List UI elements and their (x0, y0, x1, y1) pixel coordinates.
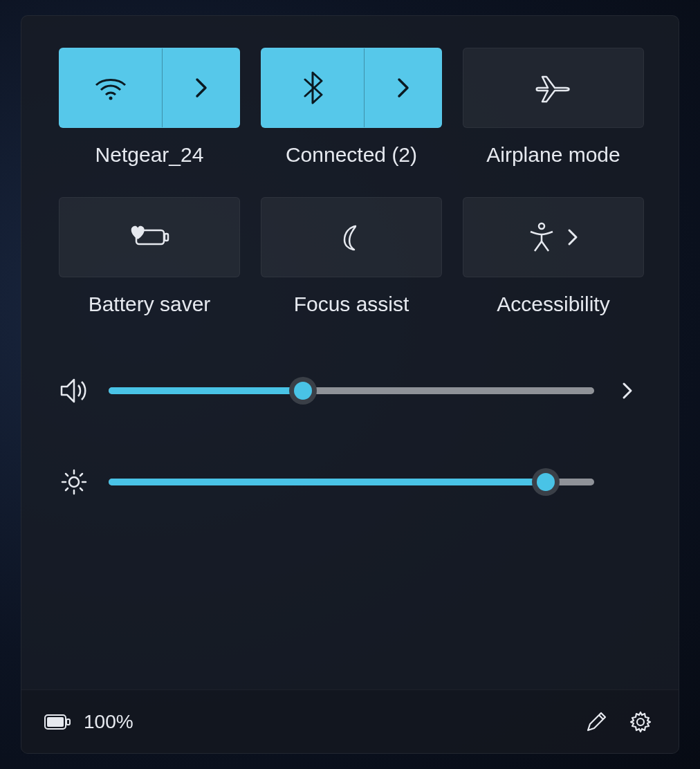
settings-button[interactable] (625, 706, 656, 738)
sun-icon (60, 468, 88, 496)
brightness-slider[interactable] (109, 468, 594, 496)
bluetooth-icon (302, 71, 323, 104)
svg-rect-2 (165, 234, 168, 241)
airplane-label: Airplane mode (486, 143, 620, 167)
volume-expand-button[interactable] (614, 377, 641, 405)
bluetooth-label: Connected (2) (286, 143, 417, 167)
accessibility-icon (528, 222, 555, 252)
airplane-toggle-button[interactable] (463, 48, 643, 127)
gear-icon (629, 710, 652, 734)
tile-group-airplane: Airplane mode (463, 48, 644, 167)
tile-group-battery-saver: Battery saver (59, 197, 240, 316)
tile-group-focus-assist: Focus assist (261, 197, 442, 316)
brightness-icon (59, 467, 89, 497)
sliders-section (21, 316, 679, 497)
footer-bar: 100% (21, 689, 679, 753)
chevron-right-icon (620, 380, 634, 401)
chevron-right-icon (193, 75, 210, 100)
tiles-grid: Netgear_24 Connected (2) (21, 16, 679, 316)
moon-icon (338, 223, 365, 251)
wifi-icon (93, 74, 128, 102)
wifi-expand-button[interactable] (162, 48, 239, 127)
speaker-icon (59, 377, 89, 405)
focus-assist-label: Focus assist (294, 293, 409, 316)
volume-track-fill (109, 387, 303, 394)
brightness-thumb[interactable] (532, 468, 560, 496)
svg-point-3 (539, 223, 544, 229)
accessibility-label: Accessibility (497, 293, 609, 316)
battery-saver-toggle-button[interactable] (59, 198, 239, 277)
volume-slider[interactable] (109, 377, 594, 405)
tile-group-accessibility: Accessibility (463, 197, 644, 316)
wifi-toggle-button[interactable] (59, 48, 162, 127)
battery-saver-icon (129, 225, 169, 250)
svg-point-4 (69, 477, 79, 487)
battery-percentage: 100% (84, 711, 133, 733)
pencil-icon (584, 710, 608, 734)
tile-battery-saver (59, 197, 240, 277)
airplane-icon (534, 73, 573, 103)
tile-group-bluetooth: Connected (2) (261, 48, 442, 167)
bluetooth-toggle-button[interactable] (261, 48, 364, 127)
chevron-right-icon (567, 228, 579, 247)
tile-group-wifi: Netgear_24 (59, 48, 240, 167)
tile-wifi (59, 48, 240, 128)
volume-row (59, 376, 641, 406)
quick-settings-panel: Netgear_24 Connected (2) (21, 15, 679, 754)
wifi-label: Netgear_24 (95, 143, 204, 167)
edit-button[interactable] (580, 706, 612, 738)
tile-bluetooth (261, 48, 442, 128)
brightness-track-fill (109, 479, 546, 485)
volume-icon-button[interactable] (59, 376, 89, 406)
battery-saver-label: Battery saver (89, 293, 211, 316)
tile-accessibility (463, 197, 644, 277)
svg-rect-6 (66, 719, 70, 725)
chevron-right-icon (395, 75, 412, 100)
svg-point-0 (109, 97, 113, 100)
svg-point-8 (637, 719, 644, 725)
bluetooth-expand-button[interactable] (364, 48, 441, 127)
accessibility-toggle-button[interactable] (463, 198, 643, 277)
tile-focus-assist (261, 197, 442, 277)
battery-icon (44, 713, 71, 731)
brightness-row (59, 467, 641, 497)
focus-assist-toggle-button[interactable] (261, 198, 441, 277)
tile-airplane (463, 48, 644, 128)
volume-thumb[interactable] (289, 377, 317, 405)
svg-rect-7 (47, 717, 64, 727)
